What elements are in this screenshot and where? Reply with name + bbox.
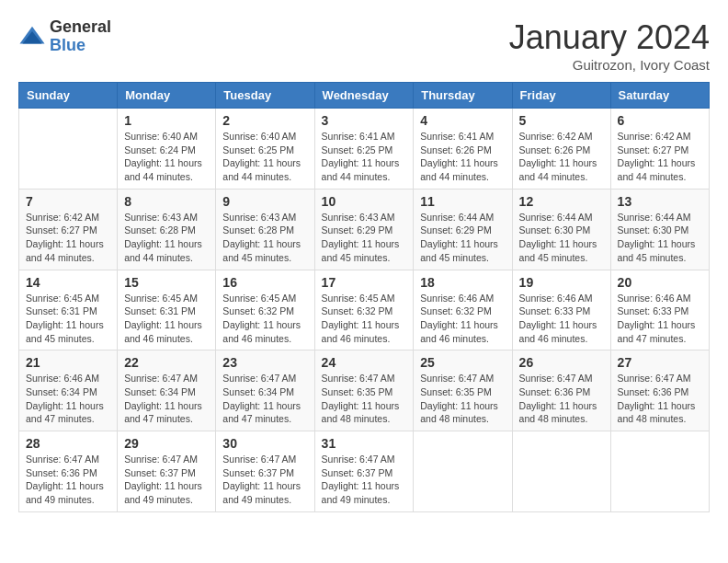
day-info: Sunrise: 6:46 AM Sunset: 6:33 PM Dayligh… [519,292,604,346]
day-number: 11 [420,194,505,209]
calendar-cell [414,431,512,512]
day-info: Sunrise: 6:47 AM Sunset: 6:34 PM Dayligh… [222,372,307,426]
day-number: 15 [124,275,209,290]
location: Guitrozon, Ivory Coast [509,57,710,73]
weekday-thursday: Thursday [414,83,512,109]
day-number: 24 [322,355,407,370]
calendar-cell: 10Sunrise: 6:43 AM Sunset: 6:29 PM Dayli… [314,189,414,270]
calendar-cell: 1Sunrise: 6:40 AM Sunset: 6:24 PM Daylig… [118,109,216,190]
day-info: Sunrise: 6:42 AM Sunset: 6:27 PM Dayligh… [618,130,702,184]
calendar-cell: 6Sunrise: 6:42 AM Sunset: 6:27 PM Daylig… [610,109,709,190]
day-number: 27 [618,355,702,370]
day-number: 28 [26,436,110,451]
day-number: 17 [322,275,407,290]
day-number: 14 [26,275,110,290]
day-number: 25 [420,355,505,370]
calendar-cell: 4Sunrise: 6:41 AM Sunset: 6:26 PM Daylig… [414,109,512,190]
day-info: Sunrise: 6:47 AM Sunset: 6:35 PM Dayligh… [420,372,505,426]
day-info: Sunrise: 6:43 AM Sunset: 6:28 PM Dayligh… [222,211,307,265]
day-number: 23 [222,355,307,370]
calendar-cell: 27Sunrise: 6:47 AM Sunset: 6:36 PM Dayli… [610,350,709,431]
day-info: Sunrise: 6:46 AM Sunset: 6:33 PM Dayligh… [618,292,702,346]
day-info: Sunrise: 6:45 AM Sunset: 6:32 PM Dayligh… [222,292,307,346]
day-number: 13 [618,194,702,209]
day-number: 3 [322,113,407,128]
day-number: 29 [124,436,209,451]
day-number: 8 [124,194,209,209]
day-info: Sunrise: 6:47 AM Sunset: 6:36 PM Dayligh… [26,453,110,507]
calendar-cell: 17Sunrise: 6:45 AM Sunset: 6:32 PM Dayli… [314,270,414,350]
weekday-wednesday: Wednesday [314,83,414,109]
weekday-saturday: Saturday [610,83,709,109]
day-info: Sunrise: 6:46 AM Sunset: 6:32 PM Dayligh… [420,292,505,346]
week-row-5: 28Sunrise: 6:47 AM Sunset: 6:36 PM Dayli… [19,431,710,512]
day-number: 30 [222,436,307,451]
calendar-cell: 7Sunrise: 6:42 AM Sunset: 6:27 PM Daylig… [19,189,118,270]
day-number: 5 [519,113,604,128]
day-info: Sunrise: 6:45 AM Sunset: 6:32 PM Dayligh… [322,292,407,346]
weekday-friday: Friday [512,83,610,109]
calendar-cell: 2Sunrise: 6:40 AM Sunset: 6:25 PM Daylig… [216,109,314,190]
page-header: General Blue January 2024 Guitrozon, Ivo… [18,18,710,73]
weekday-monday: Monday [118,83,216,109]
day-info: Sunrise: 6:42 AM Sunset: 6:26 PM Dayligh… [519,130,604,184]
day-info: Sunrise: 6:47 AM Sunset: 6:37 PM Dayligh… [124,453,209,507]
day-info: Sunrise: 6:43 AM Sunset: 6:29 PM Dayligh… [322,211,407,265]
calendar-cell: 15Sunrise: 6:45 AM Sunset: 6:31 PM Dayli… [118,270,216,350]
calendar-cell: 26Sunrise: 6:47 AM Sunset: 6:36 PM Dayli… [512,350,610,431]
calendar-cell: 22Sunrise: 6:47 AM Sunset: 6:34 PM Dayli… [118,350,216,431]
week-row-1: 1Sunrise: 6:40 AM Sunset: 6:24 PM Daylig… [19,109,710,190]
day-number: 26 [519,355,604,370]
day-number: 10 [322,194,407,209]
day-info: Sunrise: 6:45 AM Sunset: 6:31 PM Dayligh… [124,292,209,346]
day-info: Sunrise: 6:47 AM Sunset: 6:34 PM Dayligh… [124,372,209,426]
day-number: 6 [618,113,702,128]
day-number: 16 [222,275,307,290]
logo-general: General [50,18,111,37]
day-number: 7 [26,194,110,209]
calendar-cell: 24Sunrise: 6:47 AM Sunset: 6:35 PM Dayli… [314,350,414,431]
weekday-sunday: Sunday [19,83,118,109]
calendar-cell: 9Sunrise: 6:43 AM Sunset: 6:28 PM Daylig… [216,189,314,270]
day-info: Sunrise: 6:40 AM Sunset: 6:24 PM Dayligh… [124,130,209,184]
day-info: Sunrise: 6:47 AM Sunset: 6:36 PM Dayligh… [618,372,702,426]
calendar-cell: 25Sunrise: 6:47 AM Sunset: 6:35 PM Dayli… [414,350,512,431]
calendar-cell [610,431,709,512]
day-info: Sunrise: 6:45 AM Sunset: 6:31 PM Dayligh… [26,292,110,346]
calendar-cell: 18Sunrise: 6:46 AM Sunset: 6:32 PM Dayli… [414,270,512,350]
day-info: Sunrise: 6:43 AM Sunset: 6:28 PM Dayligh… [124,211,209,265]
calendar-cell: 8Sunrise: 6:43 AM Sunset: 6:28 PM Daylig… [118,189,216,270]
week-row-4: 21Sunrise: 6:46 AM Sunset: 6:34 PM Dayli… [19,350,710,431]
day-number: 1 [124,113,209,128]
calendar-cell: 11Sunrise: 6:44 AM Sunset: 6:29 PM Dayli… [414,189,512,270]
logo: General Blue [18,18,111,55]
day-info: Sunrise: 6:41 AM Sunset: 6:25 PM Dayligh… [322,130,407,184]
day-info: Sunrise: 6:42 AM Sunset: 6:27 PM Dayligh… [26,211,110,265]
calendar-cell: 13Sunrise: 6:44 AM Sunset: 6:30 PM Dayli… [610,189,709,270]
day-info: Sunrise: 6:44 AM Sunset: 6:30 PM Dayligh… [618,211,702,265]
calendar-cell: 19Sunrise: 6:46 AM Sunset: 6:33 PM Dayli… [512,270,610,350]
calendar-cell: 3Sunrise: 6:41 AM Sunset: 6:25 PM Daylig… [314,109,414,190]
day-info: Sunrise: 6:47 AM Sunset: 6:37 PM Dayligh… [222,453,307,507]
day-number: 9 [222,194,307,209]
day-number: 21 [26,355,110,370]
calendar-cell: 31Sunrise: 6:47 AM Sunset: 6:37 PM Dayli… [314,431,414,512]
logo-text: General Blue [50,18,111,55]
day-info: Sunrise: 6:46 AM Sunset: 6:34 PM Dayligh… [26,372,110,426]
day-number: 20 [618,275,702,290]
day-info: Sunrise: 6:47 AM Sunset: 6:35 PM Dayligh… [322,372,407,426]
day-number: 4 [420,113,505,128]
calendar-cell: 28Sunrise: 6:47 AM Sunset: 6:36 PM Dayli… [19,431,118,512]
month-title: January 2024 [509,18,710,57]
day-info: Sunrise: 6:44 AM Sunset: 6:30 PM Dayligh… [519,211,604,265]
calendar-cell: 29Sunrise: 6:47 AM Sunset: 6:37 PM Dayli… [118,431,216,512]
calendar-cell: 23Sunrise: 6:47 AM Sunset: 6:34 PM Dayli… [216,350,314,431]
day-info: Sunrise: 6:41 AM Sunset: 6:26 PM Dayligh… [420,130,505,184]
calendar-cell: 12Sunrise: 6:44 AM Sunset: 6:30 PM Dayli… [512,189,610,270]
calendar-cell [19,109,118,190]
title-block: January 2024 Guitrozon, Ivory Coast [509,18,710,73]
calendar: SundayMondayTuesdayWednesdayThursdayFrid… [18,82,710,512]
calendar-cell [512,431,610,512]
week-row-3: 14Sunrise: 6:45 AM Sunset: 6:31 PM Dayli… [19,270,710,350]
day-number: 31 [322,436,407,451]
